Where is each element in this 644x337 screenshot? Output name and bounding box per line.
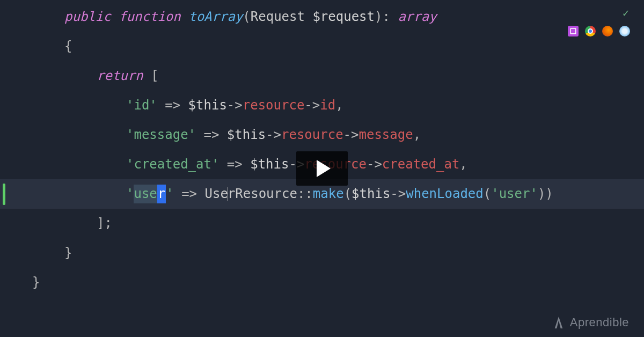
property: resource <box>243 96 305 115</box>
method-name: make <box>313 185 344 203</box>
paren-close: )) <box>538 185 553 203</box>
param-type: Request <box>251 8 305 26</box>
chrome-icon[interactable] <box>585 26 596 36</box>
code-line: } <box>0 268 644 297</box>
array-key: 'created_at' <box>126 155 219 174</box>
this-var: $this <box>188 96 227 115</box>
class-name-part: rResource <box>228 185 297 203</box>
property: created_at <box>382 155 460 174</box>
paren-open: ( <box>484 185 491 203</box>
property: message <box>359 126 413 144</box>
browser-toolbar <box>568 26 630 36</box>
this-var: $this <box>250 155 289 174</box>
code-line: public function toArray(Request $request… <box>0 2 644 32</box>
brace-close: } <box>32 273 40 292</box>
firefox-icon[interactable] <box>602 26 613 36</box>
object-arrow: -> <box>343 126 359 144</box>
string-arg: 'user' <box>491 185 538 203</box>
object-arrow: -> <box>367 155 382 174</box>
arrow: => <box>196 126 227 144</box>
this-var: $this <box>227 126 266 144</box>
quote: ' <box>166 185 173 203</box>
code-line: ]; <box>0 209 644 238</box>
bracket-close: ]; <box>97 214 112 233</box>
return-type: array <box>398 8 436 26</box>
comma: , <box>413 126 421 144</box>
arrow: => <box>219 155 250 174</box>
watermark-text: Aprendible <box>570 316 629 329</box>
arrow: => <box>174 185 205 203</box>
svg-rect-0 <box>570 28 576 34</box>
watermark: Aprendible <box>553 316 629 329</box>
play-icon <box>317 160 331 177</box>
function-name: toArray <box>188 8 243 26</box>
code-editor: public function toArray(Request $request… <box>0 0 644 297</box>
code-line: 'id' => $this->resource->id, <box>0 91 644 120</box>
object-arrow: -> <box>390 185 406 203</box>
bracket-open: [ <box>143 67 159 85</box>
comma: , <box>459 155 467 174</box>
paren-close: ) <box>375 8 382 26</box>
array-key: 'id' <box>126 96 157 115</box>
code-line: } <box>0 238 644 268</box>
array-key: 'message' <box>126 126 196 144</box>
change-marker-icon <box>3 184 5 205</box>
paren-open: ( <box>243 8 250 26</box>
object-arrow: -> <box>304 96 320 115</box>
colon: : <box>382 8 390 26</box>
check-icon: ✓ <box>623 6 629 19</box>
quote: ' <box>126 185 134 203</box>
play-button[interactable] <box>296 151 348 186</box>
comma: , <box>335 96 343 115</box>
this-var: $this <box>352 185 390 203</box>
array-key-part: use <box>134 185 157 203</box>
param-var: $request <box>312 8 375 26</box>
brace-open: { <box>64 37 72 56</box>
method-name: whenLoaded <box>406 185 484 203</box>
code-line: return [ <box>0 61 644 91</box>
scope-operator: :: <box>297 185 313 203</box>
keyword-modifier: public <box>64 8 111 26</box>
ide-icon[interactable] <box>568 26 579 36</box>
keyword-function: function <box>119 8 181 26</box>
property: id <box>320 96 335 115</box>
property: resource <box>281 126 343 144</box>
code-line: { <box>0 32 644 61</box>
class-name-part: Use <box>205 185 228 203</box>
keyword-return: return <box>97 67 143 85</box>
paren-open: ( <box>344 185 352 203</box>
object-arrow: -> <box>266 126 281 144</box>
arrow: => <box>157 96 188 115</box>
brace-close: } <box>64 244 72 262</box>
object-arrow: -> <box>227 96 243 115</box>
code-line: 'message' => $this->resource->message, <box>0 120 644 150</box>
watermark-logo-icon <box>553 316 565 329</box>
selection: r <box>157 185 166 203</box>
safari-icon[interactable] <box>619 26 630 36</box>
